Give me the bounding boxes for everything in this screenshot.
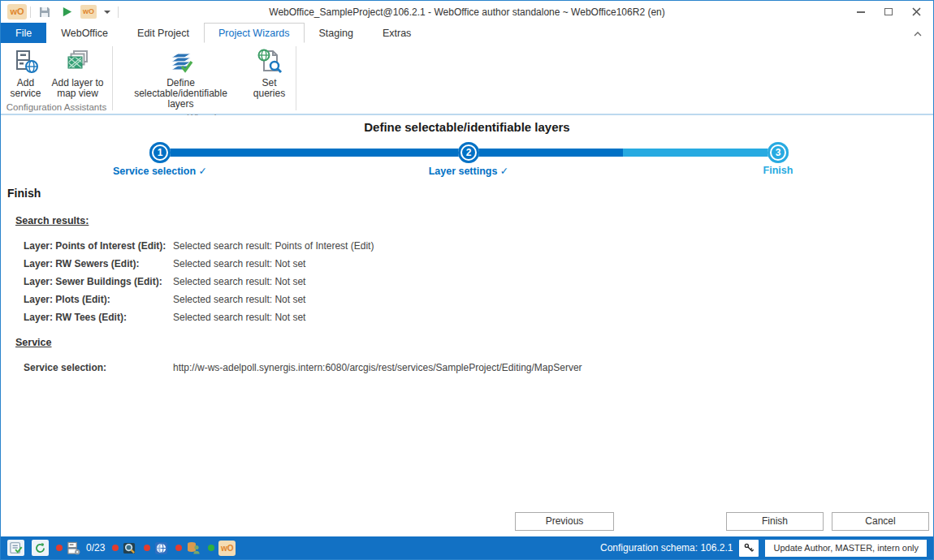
- license-keys-button[interactable]: [739, 540, 759, 557]
- window-controls: [847, 3, 930, 21]
- wizard-title: Define selectable/identifiable layers: [1, 120, 933, 134]
- row-value-service-url: http://w-ws-adelpoll.synergis.intern:608…: [173, 362, 582, 373]
- titlebar: wO wO WebOffice_SampleProject@106.2: [1, 1, 933, 23]
- row-value: Selected search result: Not set: [173, 294, 305, 305]
- validation-counter: 0/23: [86, 542, 105, 554]
- set-queries-button[interactable]: Set queries: [246, 46, 293, 101]
- row-value: Selected search result: Not set: [173, 276, 305, 287]
- chevron-up-icon: [914, 32, 922, 37]
- form-check-icon: [10, 541, 23, 554]
- document-query-icon: [256, 48, 283, 75]
- play-icon: [61, 6, 73, 18]
- tab-weboffice[interactable]: WebOffice: [46, 23, 123, 43]
- configuration-schema-label: Configuration schema: 106.2.1: [600, 542, 733, 554]
- status-item-validation[interactable]: 0/23: [56, 541, 105, 555]
- status-dot-red: [144, 545, 150, 551]
- status-item-weboffice[interactable]: wO: [208, 541, 236, 556]
- row-label: Layer: RW Tees (Edit):: [24, 312, 127, 323]
- button-label: Add service: [9, 78, 43, 99]
- row-value: Selected search result: Not set: [173, 258, 305, 269]
- row-label: Layer: Plots (Edit):: [24, 294, 110, 305]
- run-button[interactable]: [58, 4, 75, 19]
- close-icon: [912, 7, 921, 16]
- globe-icon: [154, 541, 168, 555]
- status-dot-red: [112, 545, 119, 551]
- layers-check-icon: [167, 48, 195, 75]
- step-circle-2[interactable]: 2: [458, 142, 479, 163]
- divider: [118, 6, 119, 18]
- weboffice-logo-icon: wO: [218, 541, 236, 556]
- tab-file[interactable]: File: [1, 23, 46, 43]
- save-icon: [38, 6, 51, 19]
- row-value: Selected search result: Not set: [173, 312, 305, 323]
- divider: [30, 6, 31, 18]
- ribbon-group-wizards: Define selectable/identifiable layers: [113, 43, 296, 114]
- ribbon-group-label: Configuration Assistants: [1, 101, 112, 114]
- section-title-service: Service: [15, 337, 51, 348]
- add-service-button[interactable]: Add service: [5, 46, 47, 101]
- close-button[interactable]: [902, 3, 930, 21]
- progress-segment-done: [155, 149, 623, 157]
- ribbon-group-configuration-assistants: Add service Add layer to map view: [1, 43, 112, 114]
- step-circle-3[interactable]: 3: [768, 142, 789, 163]
- define-selectable-identifiable-layers-button[interactable]: Define selectable/identifiable layers: [116, 46, 246, 111]
- wizard-page: Define selectable/identifiable layers 1 …: [1, 115, 933, 536]
- quick-access-toolbar: wO: [30, 4, 119, 19]
- chevron-down-icon: [104, 11, 110, 14]
- qat-customize-button[interactable]: [102, 4, 112, 19]
- map-search-icon: [123, 541, 136, 555]
- row-label: Layer: Sewer Buildings (Edit):: [24, 276, 162, 287]
- save-button[interactable]: [37, 4, 53, 19]
- row-value: Selected search result: Points of Intere…: [173, 240, 374, 252]
- previous-button[interactable]: Previous: [515, 512, 614, 531]
- window-title: WebOffice_SampleProject@106.2.1 - WebOff…: [1, 6, 933, 18]
- server-gear-icon: [67, 541, 80, 555]
- database-user-icon: [186, 541, 201, 555]
- tab-edit-project[interactable]: Edit Project: [123, 23, 204, 43]
- row-label: Layer: Points of Interest (Edit):: [24, 240, 166, 252]
- cancel-button[interactable]: Cancel: [832, 512, 929, 531]
- add-layer-to-map-view-button[interactable]: Add layer to map view: [47, 46, 109, 101]
- row-label: Service selection:: [24, 362, 106, 373]
- weboffice-quick-icon[interactable]: wO: [80, 5, 97, 19]
- server-globe-icon: [12, 48, 40, 75]
- status-item-database-user[interactable]: [175, 541, 201, 555]
- app-window: wO wO WebOffice_SampleProject@106.2: [0, 0, 934, 560]
- button-label: Define selectable/identifiable layers: [120, 78, 242, 110]
- minimize-icon: [857, 11, 865, 13]
- validate-project-button[interactable]: [7, 540, 24, 556]
- tab-extras[interactable]: Extras: [368, 23, 426, 43]
- step-label-layer-settings[interactable]: Layer settings ✓: [379, 165, 558, 177]
- divider: [296, 46, 296, 110]
- maximize-icon: [884, 8, 893, 15]
- update-author-button[interactable]: Update Author, MASTER, intern only: [765, 540, 927, 557]
- keys-icon: [743, 542, 755, 554]
- tab-project-wizards[interactable]: Project Wizards: [204, 23, 305, 43]
- refresh-button[interactable]: [32, 540, 49, 556]
- status-dot-red: [56, 545, 63, 551]
- row-label: Layer: RW Sewers (Edit):: [24, 258, 139, 269]
- ribbon-tabs: File WebOffice Edit Project Project Wiza…: [1, 23, 933, 43]
- step-circle-1[interactable]: 1: [149, 142, 171, 163]
- button-label: Add layer to map view: [51, 78, 105, 99]
- status-dot-red: [175, 545, 182, 551]
- map-layers-icon: [64, 48, 92, 75]
- finish-button[interactable]: Finish: [726, 512, 824, 531]
- button-label: Set queries: [250, 78, 289, 99]
- collapse-ribbon-button[interactable]: [902, 28, 933, 39]
- tab-staging[interactable]: Staging: [305, 23, 368, 43]
- statusbar: 0/23: [1, 536, 933, 559]
- step-label-service-selection[interactable]: Service selection ✓: [71, 165, 249, 177]
- status-item-search[interactable]: [112, 541, 136, 555]
- page-heading: Finish: [7, 187, 41, 200]
- progress-segment-remaining: [623, 149, 783, 157]
- section-title-search-results: Search results:: [15, 215, 89, 226]
- status-dot-green: [208, 545, 214, 551]
- app-logo-icon[interactable]: wO: [7, 4, 27, 19]
- minimize-button[interactable]: [847, 3, 875, 21]
- status-item-globe[interactable]: [144, 541, 168, 555]
- step-label-finish[interactable]: Finish: [689, 165, 867, 176]
- refresh-icon: [34, 542, 46, 554]
- maximize-button[interactable]: [875, 3, 902, 21]
- ribbon: Add service Add layer to map view: [1, 43, 933, 115]
